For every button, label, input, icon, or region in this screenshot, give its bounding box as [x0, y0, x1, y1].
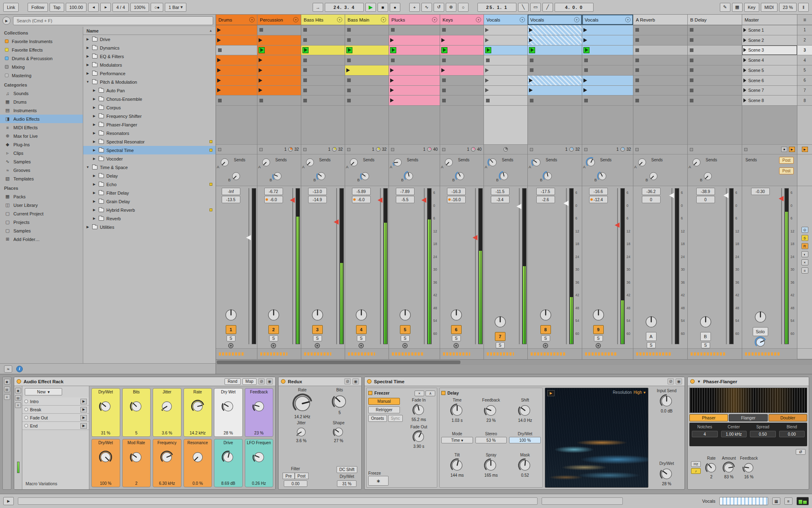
clip-stop-icon[interactable]	[303, 38, 307, 42]
device-on-toggle[interactable]	[281, 379, 285, 384]
track-activator-button[interactable]: 2	[268, 325, 279, 334]
clip-slot[interactable]	[582, 25, 633, 35]
mask-knob[interactable]	[518, 458, 532, 473]
mode-select[interactable]: Time ▾	[441, 437, 473, 443]
clip-launch-icon[interactable]	[390, 38, 394, 42]
disclosure-icon[interactable]: ▶	[86, 37, 90, 41]
save-preset-icon[interactable]: ◉	[352, 378, 359, 384]
pan-knob[interactable]	[266, 307, 281, 323]
clip-stop-icon[interactable]	[442, 99, 446, 102]
clip-slot[interactable]	[301, 86, 345, 96]
sidebar-item-midi-effects[interactable]: ≡MIDI Effects	[0, 123, 83, 132]
center-value[interactable]: 1.00 kHz	[721, 431, 747, 437]
scene-number-3[interactable]: 3	[797, 46, 812, 56]
pan-knob[interactable]	[397, 307, 413, 323]
time-signature-field[interactable]: 4 / 4	[112, 3, 128, 12]
clip-stop-icon[interactable]	[259, 28, 263, 32]
scene-number-8[interactable]: 8	[797, 96, 812, 106]
macro-knob[interactable]	[252, 399, 266, 413]
chain-activator-icon[interactable]	[24, 399, 28, 403]
clip-view-toggle-icon[interactable]: ▦	[772, 497, 780, 505]
spectrum-play-icon[interactable]: ▶	[547, 390, 555, 396]
sidebar-item-templates[interactable]: ▧Templates	[0, 174, 83, 183]
clip-slot[interactable]	[528, 86, 582, 96]
clip-stop-icon[interactable]	[584, 68, 588, 72]
volume-fader[interactable]	[472, 188, 478, 344]
clip-slot[interactable]	[345, 96, 389, 106]
scene-launch-icon[interactable]	[743, 38, 746, 42]
disclosure-icon[interactable]: ▶	[86, 225, 90, 229]
clip-stop-icon[interactable]	[530, 99, 533, 102]
solo-button[interactable]: S	[269, 335, 278, 341]
browser-item-performance[interactable]: ▶Performance	[83, 69, 216, 78]
sidebar-item-mixing[interactable]: Mixing	[0, 63, 83, 71]
peak-level-display[interactable]: -38.9	[696, 188, 715, 195]
track-activator-button[interactable]: 4	[356, 325, 367, 334]
disclosure-icon[interactable]: ▼	[86, 80, 90, 84]
trackdelay-section-toggle[interactable]: ×	[801, 259, 808, 265]
solo-button[interactable]: S	[357, 335, 366, 341]
clip-slot[interactable]	[484, 86, 527, 96]
clip-slot[interactable]	[633, 76, 687, 86]
peak-level-display[interactable]: -13.0	[308, 188, 327, 195]
clip-slot[interactable]	[582, 46, 633, 56]
clip-slot[interactable]	[345, 55, 389, 65]
macro-value[interactable]: 100 %	[100, 481, 111, 486]
save-preset-icon[interactable]: ◉	[266, 378, 273, 384]
disclosure-icon[interactable]: ▶	[92, 191, 96, 195]
sidebar-item-grooves[interactable]: ≈Grooves	[0, 166, 83, 174]
scene-slot-7[interactable]: Scene 7	[742, 86, 797, 96]
clip-launch-icon[interactable]	[485, 68, 489, 72]
arm-button[interactable]	[543, 343, 548, 348]
freeze-crossfade-button[interactable]: ×	[415, 391, 424, 396]
macro-knob[interactable]	[160, 450, 174, 464]
volume-fader[interactable]	[723, 188, 729, 344]
volume-value-display[interactable]: -16.0	[447, 196, 466, 203]
rack-chain-view-toggle-icon[interactable]: ≡	[15, 402, 21, 408]
bits-knob[interactable]	[331, 393, 348, 410]
rand-button[interactable]: Rand	[225, 378, 241, 385]
automation-arm-button[interactable]: ∿	[421, 3, 432, 12]
scene-slot-3[interactable]: Scene 3	[742, 46, 797, 56]
track-activator-button[interactable]: 8	[540, 325, 551, 334]
clip-launch-icon[interactable]	[390, 68, 394, 72]
send-a-post-toggle[interactable]: Post	[779, 157, 794, 164]
solo-button[interactable]: S	[496, 342, 505, 348]
clip-launch-icon[interactable]	[217, 58, 221, 62]
clip-stop-icon[interactable]	[347, 78, 351, 82]
clip-slot[interactable]	[582, 55, 633, 65]
rack-chain-fade-out[interactable]: Fade Out▶	[22, 414, 89, 422]
track-fold-icon[interactable]: ▾	[476, 17, 481, 22]
clip-slot[interactable]	[440, 96, 484, 106]
disclosure-icon[interactable]: ▶	[92, 123, 96, 126]
clip-stop-icon[interactable]	[690, 48, 693, 52]
sidebar-item-mastering[interactable]: Mastering	[0, 71, 83, 80]
rack-device-view-toggle-icon[interactable]: ▤	[15, 395, 21, 401]
device-on-toggle[interactable]	[367, 379, 371, 384]
feedback-value[interactable]: 16 %	[744, 475, 754, 479]
browser-item-modulators[interactable]: ▶Modulators	[83, 61, 216, 69]
clip-stop-icon[interactable]	[303, 59, 307, 62]
send-b-knob[interactable]	[455, 171, 466, 182]
rate-knob[interactable]	[292, 393, 313, 414]
clip-slot[interactable]	[440, 65, 484, 76]
clip-launch-icon[interactable]	[529, 28, 533, 32]
clip-stop-icon[interactable]	[690, 59, 693, 62]
clip-slot[interactable]	[484, 35, 527, 46]
clip-slot[interactable]	[688, 76, 742, 86]
clip-playing-icon[interactable]	[302, 47, 309, 53]
track-fold-icon[interactable]: ▾	[574, 17, 579, 22]
track-fold-icon[interactable]: ▾	[249, 17, 255, 22]
pan-knob[interactable]	[449, 307, 464, 323]
clip-launch-icon[interactable]	[259, 58, 262, 62]
device-fold-icon[interactable]: ▼	[697, 380, 701, 384]
clip-stop-icon[interactable]	[391, 28, 395, 32]
browser-item-grain-delay[interactable]: ▶Grain Delay	[83, 197, 216, 206]
clip-launch-icon[interactable]	[529, 78, 533, 82]
fade-in-knob[interactable]	[412, 403, 426, 417]
disclosure-icon[interactable]: ▶	[92, 217, 96, 220]
info-toggle-icon[interactable]: i	[16, 366, 23, 372]
send-b-knob[interactable]	[702, 171, 713, 182]
clip-slot[interactable]	[484, 46, 527, 56]
clip-launch-icon[interactable]	[583, 28, 587, 32]
